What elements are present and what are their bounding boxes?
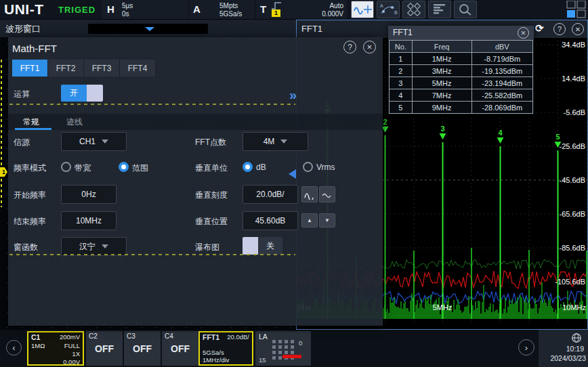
fft-tab-fft1[interactable]: FFT1 (12, 60, 48, 77)
svg-text:5: 5 (555, 133, 560, 141)
position-up-button[interactable]: ▲ (301, 213, 318, 228)
vertical-position-label: 垂直位置 (195, 216, 228, 228)
source-dropdown[interactable]: CH1 (61, 132, 127, 151)
trigger-section[interactable]: T 1 Auto 0.000V (256, 0, 347, 19)
table-cell: 2 (390, 65, 413, 77)
clock-panel[interactable]: 10:19 2024/03/23 (539, 330, 588, 367)
sample-rate: 5GSa/s (219, 10, 242, 18)
chevron-down-icon (280, 139, 287, 144)
table-cell: 5MHz (412, 77, 471, 89)
expand-right-button[interactable]: › (518, 339, 534, 355)
fft-tab-fft4[interactable]: FFT4 (120, 60, 156, 77)
waveform-window-tabbar: 波形窗口 (0, 20, 296, 37)
waveform-window-tab[interactable]: 波形窗口 (5, 23, 41, 35)
operation-toggle[interactable]: 开 (61, 85, 103, 102)
tab-trace[interactable]: 迹线 (66, 116, 83, 128)
vertical-scale-label: 垂直刻度 (195, 190, 228, 201)
tab-normal[interactable]: 常规 (23, 116, 39, 128)
scale-up-wave-button[interactable] (301, 186, 318, 202)
channel1-card[interactable]: C1 200mV 1MΩ FULL 1X 0.00V (27, 331, 84, 366)
end-freq-input[interactable]: 10MHz (61, 211, 117, 230)
start-freq-input[interactable]: 0Hz (61, 185, 117, 204)
bandwidth-option[interactable]: 带宽 (75, 163, 91, 174)
y-axis-label: 14.4dB (562, 74, 585, 83)
la-high: 0 (299, 339, 302, 347)
fft-trace-marker[interactable] (289, 169, 296, 179)
search-button[interactable] (454, 1, 477, 18)
oscilloscope-screen: UNI-T TRIGED H 5μs 0s A 5Mpts 5GSa/s T 1… (0, 0, 588, 367)
scale-down-wave-button[interactable] (319, 186, 335, 202)
trigger-mode: Auto (329, 2, 343, 9)
table-cell: 3 (390, 77, 413, 89)
db-radio[interactable] (243, 162, 253, 172)
channel4-card[interactable]: C4 OFF (162, 331, 198, 366)
detach-icon[interactable]: ⟳ (535, 22, 544, 35)
acquire-label: A (193, 3, 201, 15)
fft-points-value: 4M (264, 137, 275, 146)
channel2-card[interactable]: C2 OFF (86, 331, 123, 366)
waterfall-toggle[interactable]: 关 (243, 237, 282, 255)
la-dot (278, 356, 282, 360)
vertical-position-input[interactable]: 45.60dB (243, 211, 298, 230)
window-layout-icon (566, 1, 587, 18)
y-axis-label: -85.6dB (559, 244, 585, 252)
collapse-left-button[interactable]: ‹ (6, 340, 22, 355)
window-fn-value: 汉宁 (79, 241, 96, 253)
fft-card-scale: 20.0dB/ (227, 333, 249, 341)
cursor-measure-button[interactable]: A B (377, 1, 400, 18)
window-layout-button[interactable] (566, 1, 587, 21)
waveform-move-tool-button[interactable] (351, 1, 374, 18)
db-option[interactable]: dB (256, 163, 266, 172)
peak-marker: 2 (382, 118, 389, 133)
top-bar: UNI-T TRIGED H 5μs 0s A 5Mpts 5GSa/s T 1… (0, 0, 588, 19)
toggle-knob (87, 85, 103, 102)
histogram-button[interactable] (428, 1, 451, 18)
fft-points-dropdown[interactable]: 4M (243, 132, 308, 151)
range-radio[interactable] (119, 162, 129, 172)
measure-window-titlebar[interactable]: FFT1 ✕ (388, 26, 534, 40)
magnifier-icon (456, 3, 475, 16)
vertical-scale-input[interactable]: 20.0dB/ (243, 185, 298, 204)
table-row: 23MHz-19.135dBm (390, 65, 533, 77)
window-expand-handle[interactable]: » (289, 89, 297, 101)
position-down-button[interactable]: ▼ (319, 213, 335, 228)
acquire-section[interactable]: A 5Mpts 5GSa/s (190, 0, 255, 19)
fft-tab-fft2[interactable]: FFT2 (48, 60, 84, 77)
dialog-close-icon[interactable]: ✕ (363, 41, 376, 53)
vrms-radio[interactable] (303, 162, 313, 172)
bandwidth-radio[interactable] (61, 162, 71, 172)
la-dot (272, 340, 276, 343)
logic-analyzer-card[interactable]: LA 0 15 (255, 331, 311, 366)
source-value: CH1 (79, 137, 96, 146)
c1-scale: 200mV (60, 333, 80, 341)
c1-name: C1 (31, 333, 40, 341)
chevron-down-icon (102, 244, 108, 249)
channel3-card[interactable]: C3 OFF (124, 331, 161, 366)
trigger-source-badge: 1 (272, 9, 280, 17)
range-option[interactable]: 范围 (132, 163, 148, 174)
la-dot (285, 351, 288, 354)
table-cell: -25.582dBm (471, 89, 532, 102)
close-icon[interactable]: ✕ (518, 27, 529, 39)
measure-window-title: FFT1 (393, 28, 413, 37)
svg-text:3: 3 (440, 125, 444, 133)
end-freq-value: 10MHz (76, 216, 102, 225)
la-dot (278, 345, 282, 349)
peak-marker: 4 (497, 129, 504, 144)
help-icon[interactable]: ? (553, 23, 566, 35)
fft-measure-window: FFT1 ✕ No.FreqdBV 11MHz-8.719dBm23MHz-19… (388, 26, 534, 114)
dialog-help-icon[interactable]: ? (343, 41, 356, 53)
xy-display-button[interactable] (402, 1, 425, 18)
fft-tab-fft3[interactable]: FFT3 (84, 60, 120, 77)
close-icon[interactable]: ✕ (572, 23, 584, 35)
fft-window-tab[interactable]: FFT1 (301, 24, 322, 34)
window-fn-dropdown[interactable]: 汉宁 (61, 237, 127, 256)
fft1-card[interactable]: FFT1 20.0dB/ 5GSa/s 1MHz/div (198, 331, 253, 366)
ch1-trace-bottom (9, 254, 295, 255)
x-axis-label: 10MHz (562, 303, 586, 311)
horizontal-section[interactable]: H 5μs 0s (102, 0, 188, 19)
trigger-level: 0.000V (322, 10, 343, 18)
vrms-option[interactable]: Vrms (316, 163, 335, 172)
table-row: 59MHz-28.069dBm (390, 102, 533, 114)
window-dropdown-strip[interactable] (88, 24, 208, 34)
